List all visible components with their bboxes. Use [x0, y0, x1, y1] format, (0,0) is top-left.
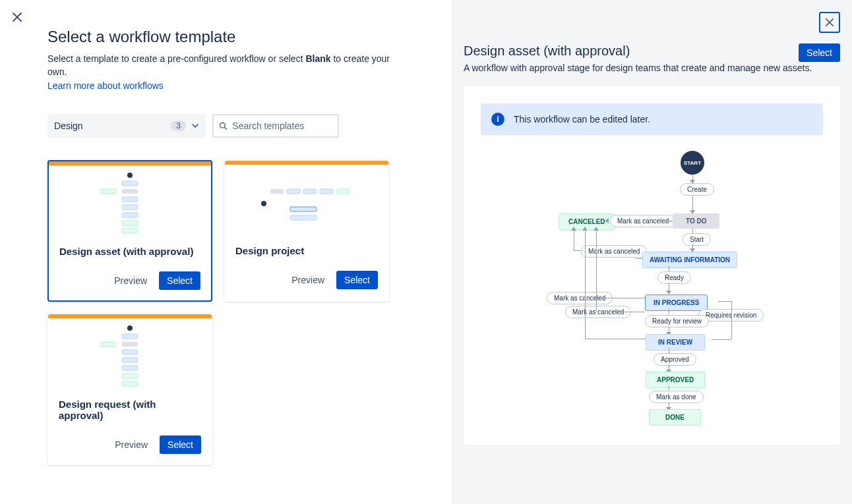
workflow-thumbnail-icon: [74, 171, 186, 237]
info-icon: i: [491, 113, 504, 126]
svg-rect-2: [122, 181, 138, 186]
workflow-diagram: START Create CANCELED Mark as canceled T…: [481, 151, 823, 428]
subtitle-pre: Select a template to create a pre-config…: [47, 53, 305, 64]
svg-rect-26: [122, 381, 138, 386]
transition-mark-done: Mark as done: [649, 391, 704, 403]
template-card-title: Design request (with approval): [48, 399, 212, 421]
svg-rect-16: [290, 207, 317, 211]
transition-ready-for-review: Ready for review: [645, 315, 709, 327]
svg-rect-17: [290, 215, 317, 220]
workflow-thumbnail-icon: [251, 171, 363, 237]
preview-button[interactable]: Preview: [284, 271, 332, 289]
svg-rect-20: [100, 342, 116, 347]
svg-rect-5: [122, 197, 138, 202]
svg-rect-21: [122, 342, 138, 347]
card-thumbnail: [49, 165, 211, 243]
preview-button[interactable]: Preview: [107, 435, 156, 454]
templates-grid: Design asset (with approval) Preview Sel…: [47, 160, 404, 465]
template-card-title: Design project: [225, 245, 388, 256]
card-thumbnail: [48, 318, 212, 396]
svg-rect-14: [320, 189, 333, 194]
category-filter-label: Design: [54, 121, 83, 131]
transition-mark-canceled: Mark as canceled: [581, 245, 647, 258]
workflow-start-node: START: [681, 151, 704, 175]
status-awaiting: AWAITING INFORMATION: [642, 252, 737, 268]
detail-select-button[interactable]: Select: [799, 43, 840, 62]
svg-rect-23: [122, 358, 138, 362]
status-done: DONE: [649, 409, 701, 426]
svg-point-1: [127, 173, 133, 178]
category-filter-dropdown[interactable]: Design 3: [47, 114, 206, 138]
status-todo: TO DO: [673, 213, 719, 229]
close-detail-button[interactable]: [819, 12, 840, 33]
svg-rect-25: [122, 374, 138, 378]
preview-button[interactable]: Preview: [106, 271, 155, 290]
detail-title: Design asset (with approval): [464, 43, 630, 59]
svg-rect-9: [122, 229, 138, 233]
svg-rect-6: [122, 205, 138, 210]
search-box[interactable]: [212, 114, 339, 138]
svg-rect-4: [122, 189, 138, 194]
select-button[interactable]: Select: [159, 271, 200, 290]
subtitle-bold: Blank: [305, 53, 330, 64]
category-count-badge: 3: [171, 121, 186, 131]
close-dialog-button[interactable]: [9, 9, 25, 25]
workflow-preview-box: i This workflow can be edited later. STA…: [464, 86, 840, 445]
page-subtitle: Select a template to create a pre-config…: [47, 53, 404, 78]
select-button[interactable]: Select: [160, 435, 201, 454]
template-detail-panel: Design asset (with approval) Select A wo…: [452, 0, 852, 504]
learn-more-link[interactable]: Learn more about workflows: [47, 80, 164, 91]
svg-point-10: [261, 201, 266, 206]
page-title: Select a workflow template: [47, 28, 404, 46]
select-button[interactable]: Select: [336, 271, 378, 289]
svg-rect-13: [303, 189, 317, 194]
detail-header: Design asset (with approval) Select: [464, 43, 840, 63]
filter-row: Design 3: [47, 114, 404, 138]
close-icon: [825, 18, 834, 27]
transition-ready: Ready: [657, 271, 691, 284]
svg-rect-19: [122, 334, 138, 339]
info-banner: i This workflow can be edited later.: [481, 103, 823, 135]
template-card[interactable]: Design request (with approval) Preview S…: [47, 314, 212, 465]
svg-rect-24: [122, 366, 138, 370]
svg-rect-15: [336, 189, 350, 194]
template-card[interactable]: Design project Preview Select: [224, 160, 389, 302]
info-text: This workflow can be edited later.: [514, 114, 650, 125]
workflow-thumbnail-icon: [74, 324, 186, 390]
svg-rect-12: [287, 189, 300, 194]
svg-rect-11: [270, 189, 284, 194]
status-approved: APPROVED: [646, 372, 705, 388]
template-selector-panel: Select a workflow template Select a temp…: [0, 0, 452, 504]
search-input[interactable]: [232, 121, 332, 131]
close-icon: [12, 12, 22, 22]
status-in-progress: IN PROGRESS: [645, 294, 708, 311]
template-card[interactable]: Design asset (with approval) Preview Sel…: [47, 160, 212, 302]
card-thumbnail: [225, 165, 388, 242]
transition-create: Create: [680, 183, 714, 196]
detail-description: A workflow with approval stage for desig…: [464, 63, 840, 73]
svg-rect-3: [100, 189, 116, 194]
search-icon: [219, 121, 227, 130]
svg-point-18: [127, 325, 133, 331]
svg-rect-8: [122, 221, 138, 225]
transition-approved: Approved: [654, 353, 696, 366]
start-label: START: [684, 160, 701, 166]
template-card-title: Design asset (with approval): [49, 246, 211, 257]
svg-rect-7: [122, 213, 138, 217]
status-in-review: IN REVIEW: [646, 334, 705, 350]
transition-start: Start: [683, 233, 711, 246]
svg-rect-22: [122, 350, 138, 354]
chevron-down-icon: [191, 122, 199, 130]
